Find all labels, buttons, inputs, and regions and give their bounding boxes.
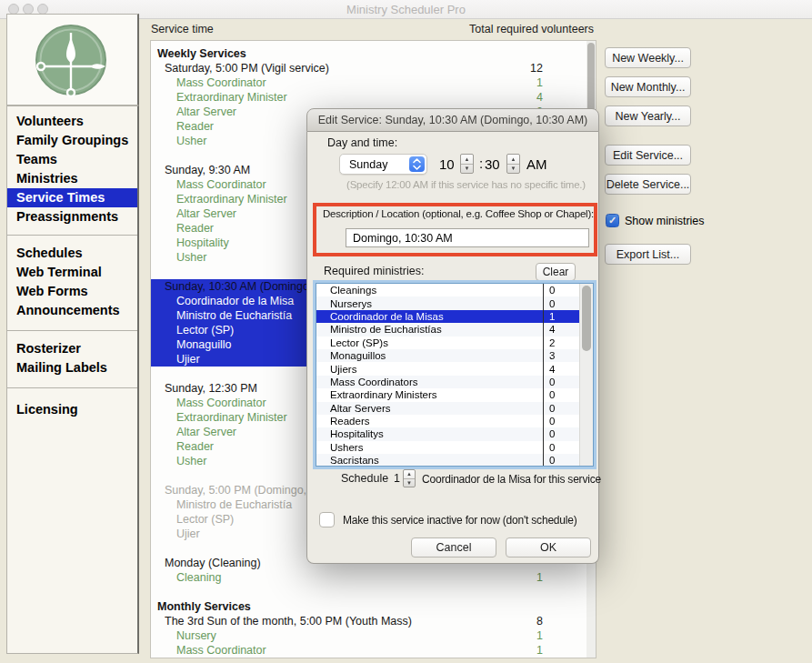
ministry-option[interactable]: Cleanings0	[316, 284, 593, 296]
ok-button[interactable]: OK	[506, 537, 591, 558]
row-value: 1	[505, 644, 543, 657]
ministry-name: Cleanings	[316, 285, 543, 296]
sidebar-item-web-terminal[interactable]: Web Terminal	[7, 263, 137, 282]
sidebar-item-preassignments[interactable]: Preassignments	[7, 207, 137, 226]
app-window: Ministry Scheduler Pro VolunteersFamily …	[0, 0, 812, 663]
required-ministries-label: Required ministries:	[324, 265, 424, 277]
ministry-count: 0	[543, 376, 579, 388]
ministry-name: Coordinador de la Misas	[316, 311, 543, 322]
sidebar-nav: VolunteersFamily GroupingsTeamsMinistrie…	[6, 105, 139, 654]
sidebar-item-family-groupings[interactable]: Family Groupings	[7, 131, 137, 150]
action-new-yearly[interactable]: New Yearly...	[605, 105, 691, 126]
sidebar-item-schedules[interactable]: Schedules	[7, 244, 137, 263]
clear-button[interactable]: Clear	[536, 263, 576, 281]
schedule-prefix-label: Schedule	[341, 472, 388, 485]
column-header-service-time: Service time	[151, 23, 214, 35]
ministries-scrollbar-thumb[interactable]	[582, 286, 591, 351]
minute-stepper[interactable]: ▲▼	[506, 154, 520, 174]
ministry-option[interactable]: Mass Coordinators0	[316, 376, 593, 388]
ministry-name: Ministro de Eucharistías	[316, 324, 543, 335]
ministry-option[interactable]: Lector (SP)s2	[316, 337, 593, 349]
ministry-count: 4	[543, 362, 579, 375]
row-value: 1	[505, 571, 543, 584]
time-colon: :	[479, 156, 483, 171]
action-delete-service[interactable]: Delete Service...	[605, 174, 691, 195]
ministry-name: Ujiers	[316, 364, 543, 375]
row-value: 12	[505, 62, 543, 75]
ministry-count: 0	[543, 427, 579, 440]
cancel-button[interactable]: Cancel	[411, 537, 496, 558]
row-label: Mass Coordinator	[176, 644, 505, 657]
row-label: Extraordinary Minister	[176, 91, 505, 104]
ministry-option[interactable]: Ministro de Eucharistías4	[316, 323, 593, 336]
ministry-name: Lector (SP)s	[316, 337, 543, 348]
row-label: The 3rd Sun of the month, 5:00 PM (Youth…	[165, 615, 505, 628]
row-label: Monthly Services	[157, 600, 505, 613]
service-row[interactable]: The 3rd Sun of the month, 5:00 PM (Youth…	[151, 614, 596, 628]
hour-value[interactable]: 10	[439, 156, 455, 172]
sidebar-item-announcements[interactable]: Announcements	[7, 301, 137, 320]
ministry-name: Nurserys	[316, 298, 543, 309]
service-row[interactable]: Saturday, 5:00 PM (Vigil service)12	[151, 61, 596, 75]
sidebar-item-web-forms[interactable]: Web Forms	[7, 282, 137, 301]
column-header-total-required: Total required volunteers	[469, 23, 594, 35]
list-gap	[151, 585, 596, 599]
minute-value[interactable]: 30	[485, 156, 500, 172]
inactive-label: Make this service inactive for now (don'…	[343, 514, 577, 527]
action-edit-service[interactable]: Edit Service...	[605, 145, 691, 166]
ministry-option[interactable]: Extraordinary Ministers0	[316, 388, 593, 401]
ministry-option[interactable]: Sacristans0	[316, 454, 593, 467]
schedule-count-stepper[interactable]: ▲▼	[403, 469, 416, 487]
ministry-option[interactable]: Readers0	[316, 415, 593, 427]
ministry-count: 0	[543, 454, 579, 467]
ministry-option[interactable]: Altar Servers0	[316, 402, 593, 415]
schedule-count-value: 1	[394, 472, 400, 485]
ministry-name: Extraordinary Ministers	[316, 389, 543, 400]
ministry-name: Mass Coordinators	[316, 377, 543, 387]
sidebar-item-licensing[interactable]: Licensing	[7, 400, 137, 419]
sidebar-item-service-times[interactable]: Service Times	[7, 188, 137, 207]
ministry-option[interactable]: Monaguillos3	[316, 349, 593, 362]
sidebar-item-volunteers[interactable]: Volunteers	[7, 112, 137, 131]
inactive-checkbox[interactable]	[319, 512, 335, 527]
ampm-value[interactable]: AM	[526, 156, 547, 172]
service-row[interactable]: Mass Coordinator1	[151, 75, 596, 90]
ministry-option[interactable]: Ushers0	[316, 441, 593, 454]
sidebar: VolunteersFamily GroupingsTeamsMinistrie…	[6, 14, 139, 654]
day-select[interactable]: Sunday	[339, 154, 427, 175]
sidebar-item-mailing-labels[interactable]: Mailing Labels	[7, 358, 137, 377]
dialog-title: Edit Service: Sunday, 10:30 AM (Domingo,…	[306, 108, 599, 132]
required-ministries-list: Cleanings0Nurserys0Coordinador de la Mis…	[316, 283, 594, 467]
day-time-label: Day and time:	[327, 136, 397, 149]
row-label: Mass Coordinator	[176, 76, 505, 89]
row-label: Nursery	[176, 629, 505, 642]
row-value: 4	[505, 91, 543, 104]
ministries-scrollbar[interactable]	[579, 284, 593, 466]
ministry-count: 2	[543, 337, 579, 349]
action-new-monthly[interactable]: New Monthly...	[605, 76, 691, 97]
row-label: Weekly Services	[157, 47, 505, 60]
sidebar-item-ministries[interactable]: Ministries	[7, 169, 137, 188]
sidebar-item-teams[interactable]: Teams	[7, 150, 137, 169]
edit-service-dialog: Edit Service: Sunday, 10:30 AM (Domingo,…	[306, 108, 599, 564]
ministry-name: Monaguillos	[316, 350, 543, 361]
service-row[interactable]: Extraordinary Minister4	[151, 90, 596, 105]
show-ministries-option[interactable]: ✓ Show ministries	[606, 214, 705, 227]
row-value: 1	[505, 76, 543, 89]
service-row[interactable]: Nursery1	[151, 628, 596, 643]
time-hint: (Specify 12:00 AM if this service has no…	[346, 179, 586, 190]
ministry-option[interactable]: Nurserys0	[316, 296, 593, 309]
row-label: Saturday, 5:00 PM (Vigil service)	[165, 62, 505, 75]
ministry-option[interactable]: Hospitalitys0	[316, 427, 593, 440]
export-list-button[interactable]: Export List...	[605, 244, 691, 265]
hour-stepper[interactable]: ▲▼	[460, 154, 474, 174]
compass-cross-logo-icon	[7, 15, 136, 105]
service-row[interactable]: Mass Coordinator1	[151, 643, 596, 658]
show-ministries-checkbox[interactable]: ✓	[606, 214, 619, 227]
ministry-count: 4	[543, 323, 579, 336]
ministry-option[interactable]: Ujiers4	[316, 362, 593, 375]
sidebar-item-rosterizer[interactable]: Rosterizer	[7, 339, 137, 358]
ministry-option[interactable]: Coordinador de la Misas1	[316, 310, 593, 323]
service-row[interactable]: Cleaning1	[151, 570, 596, 585]
action-new-weekly[interactable]: New Weekly...	[605, 47, 691, 68]
